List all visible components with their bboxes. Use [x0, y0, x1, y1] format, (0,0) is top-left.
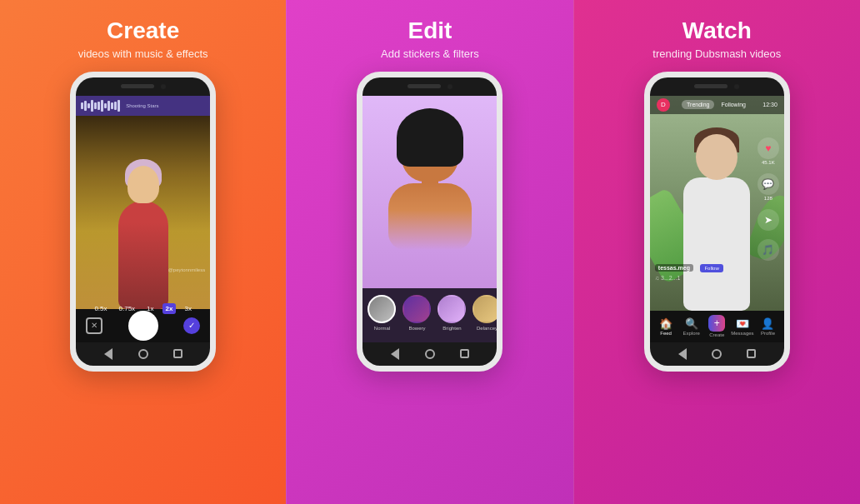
- watch-phone-nav: [650, 342, 784, 366]
- create-cancel-button[interactable]: ✕: [86, 317, 102, 334]
- edit-person-preview: [380, 108, 480, 275]
- person-head: [128, 166, 159, 203]
- person-body: [118, 201, 168, 309]
- edit-back-button[interactable]: [388, 347, 402, 361]
- watch-back-button[interactable]: [676, 347, 689, 361]
- recents-button[interactable]: [171, 347, 184, 361]
- edit-video-area: [362, 96, 497, 288]
- edit-home-button[interactable]: [423, 347, 437, 361]
- create-speed-row: 0.5x 0.75x 1x 2x 3x: [76, 300, 210, 317]
- filter-circle-brighten[interactable]: [438, 295, 466, 323]
- watch-nav-explore[interactable]: 🔍 Explore: [678, 317, 704, 336]
- edit-person-body: [388, 183, 472, 250]
- watch-subtitle: trending Dubsmash videos: [652, 47, 781, 60]
- back-button[interactable]: [102, 347, 115, 361]
- watch-nav-bar: 🏠 Feed 🔍 Explore + Create 💌 Messages: [650, 311, 784, 342]
- feed-icon: 🏠: [659, 317, 672, 330]
- edit-person-hair: [397, 108, 463, 167]
- create-subtitle: videos with music & effects: [78, 47, 208, 60]
- comment-icon[interactable]: 💬: [758, 173, 779, 195]
- profile-icon: 👤: [761, 317, 774, 330]
- create-phone-wrapper: Shooting Stars ✕ ⟳ Flip ⚡ Flash ▶▶: [64, 72, 222, 504]
- watch-comment-action[interactable]: 💬 128: [758, 173, 779, 201]
- watch-nav-feed[interactable]: 🏠 Feed: [653, 317, 679, 336]
- edit-phone-camera: [448, 84, 452, 89]
- phone-camera: [161, 84, 166, 89]
- filter-label-brighten: Brighten: [442, 326, 461, 331]
- audio-waveform: [81, 100, 120, 112]
- watch-panel: Watch trending Dubsmash videos D Trendin…: [573, 0, 860, 504]
- home-button[interactable]: [137, 347, 150, 361]
- explore-icon: 🔍: [685, 317, 698, 330]
- watch-right-actions: ♥ 45.1K 💬 128 ➤ 🎵: [758, 137, 779, 261]
- filter-label-bowery: Bowery: [408, 326, 425, 331]
- watch-recents-button[interactable]: [745, 347, 758, 361]
- watch-nav-create[interactable]: + Create: [704, 315, 730, 337]
- watch-like-count: 45.1K: [762, 160, 775, 165]
- watch-nav-profile[interactable]: 👤 Profile: [755, 317, 781, 336]
- speed-3x[interactable]: 3x: [181, 303, 194, 314]
- create-phone-nav: [76, 342, 210, 366]
- edit-subtitle: Add stickers & filters: [381, 47, 479, 60]
- watch-comment-count: 128: [764, 196, 772, 201]
- filter-circle-normal[interactable]: [368, 295, 396, 323]
- watch-phone-speaker: [694, 84, 728, 88]
- filter-circle-delancey[interactable]: [472, 295, 497, 323]
- edit-panel: Edit Add stickers & filters: [286, 0, 572, 504]
- watch-like-action[interactable]: ♥ 45.1K: [758, 137, 779, 165]
- filter-label-normal: Normal: [374, 326, 390, 331]
- speed-0.75x[interactable]: 0.75x: [116, 303, 139, 314]
- filter-normal[interactable]: Normal: [368, 295, 396, 331]
- trending-tab[interactable]: Trending: [682, 100, 714, 109]
- edit-phone-nav: [362, 342, 497, 366]
- filter-label-delancey: Delancey: [477, 326, 498, 331]
- following-tab[interactable]: Following: [716, 100, 751, 109]
- watch-nav-messages[interactable]: 💌 Messages: [730, 317, 756, 336]
- profile-label: Profile: [761, 331, 775, 336]
- speed-2x[interactable]: 2x: [162, 303, 177, 314]
- filter-bowery[interactable]: Bowery: [402, 295, 431, 331]
- feed-label: Feed: [660, 331, 672, 336]
- watch-phone-camera: [734, 84, 739, 89]
- create-confirm-button[interactable]: ✓: [183, 317, 200, 334]
- watch-video-bg: ♥ 45.1K 💬 128 ➤ 🎵: [650, 96, 784, 311]
- filter-delancey[interactable]: Delancey: [472, 295, 497, 331]
- messages-icon: 💌: [736, 317, 749, 330]
- watch-bottom-info: tessas.meg Follow ♫ 3...2...1: [655, 258, 751, 281]
- filter-brighten[interactable]: Brighten: [438, 295, 466, 331]
- watch-phone: D Trending Following 12:30: [644, 72, 790, 372]
- watch-phone-wrapper: D Trending Following 12:30: [638, 72, 796, 504]
- watch-follow-button[interactable]: Follow: [700, 264, 722, 272]
- audio-icon[interactable]: 🎵: [758, 239, 779, 261]
- create-title: Create: [107, 18, 179, 44]
- watch-title: Watch: [682, 18, 752, 44]
- create-watermark: @peytonnmiless: [168, 267, 205, 272]
- edit-phone: Normal Bowery Brighten: [357, 72, 502, 372]
- watch-audio-action[interactable]: 🎵: [758, 239, 779, 261]
- create-phone-top-bar: [76, 77, 210, 96]
- edit-recents-button[interactable]: [458, 347, 472, 361]
- edit-phone-wrapper: Normal Bowery Brighten: [351, 72, 509, 504]
- filter-circle-bowery[interactable]: [402, 295, 431, 323]
- watch-share-action[interactable]: ➤: [758, 209, 779, 231]
- watch-app-header: D Trending Following 12:30: [650, 96, 784, 114]
- speed-1x[interactable]: 1x: [143, 303, 157, 314]
- create-phone: Shooting Stars ✕ ⟳ Flip ⚡ Flash ▶▶: [70, 72, 216, 372]
- edit-phone-top-bar: [362, 77, 497, 96]
- share-icon[interactable]: ➤: [758, 209, 779, 231]
- audio-label: Shooting Stars: [126, 103, 158, 108]
- watch-tabs: Trending Following: [682, 100, 751, 109]
- watch-person-head: [696, 134, 738, 180]
- watch-screen: D Trending Following 12:30: [650, 96, 784, 342]
- speed-0.5x[interactable]: 0.5x: [91, 303, 110, 314]
- watch-username: tessas.meg: [655, 264, 693, 272]
- watch-user-row: tessas.meg Follow: [655, 258, 751, 273]
- heart-icon[interactable]: ♥: [758, 137, 779, 159]
- create-panel: Create videos with music & effects: [0, 0, 286, 504]
- messages-label: Messages: [731, 331, 753, 336]
- explore-label: Explore: [683, 331, 700, 336]
- create-nav-icon: +: [708, 315, 725, 332]
- watch-music-label: ♫ 3...2...1: [655, 275, 751, 281]
- watch-time: 12:30: [762, 102, 778, 107]
- watch-home-button[interactable]: [710, 347, 723, 361]
